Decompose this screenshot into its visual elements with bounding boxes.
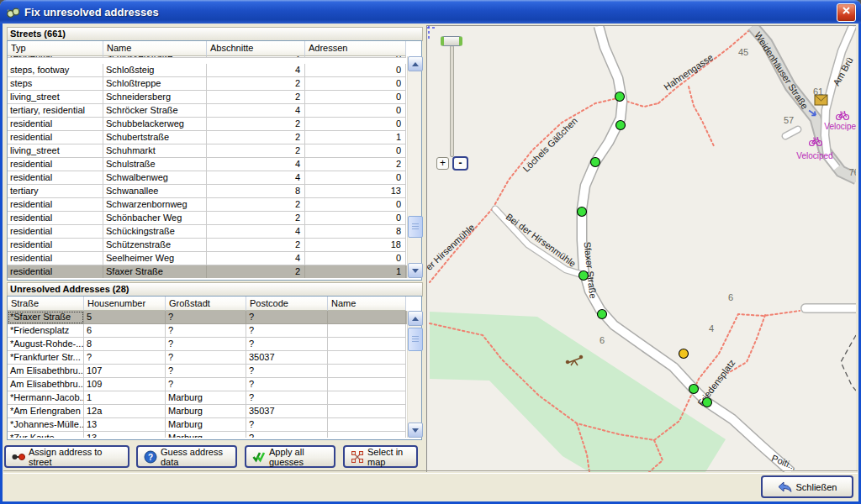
resolved-node[interactable] [591,158,600,167]
table-row[interactable]: residential Schwalbenweg 4 0 [8,171,408,185]
table-row[interactable]: residential Sfaxer Straße 2 1 [8,265,408,278]
house-number: 57 [784,115,794,125]
column-header-abschnitte[interactable]: Abschnitte [207,41,305,56]
addresses-scrollbar[interactable] [407,311,421,438]
table-row[interactable]: Am Elisabethbru... 107 ? ? [8,365,408,378]
zoom-slider-track[interactable] [450,45,454,157]
cell-housenumber: 12a [84,405,166,418]
table-row[interactable]: residential Schubbelackerweg 2 0 [8,118,408,131]
cell-typ: living_street [8,144,103,158]
resolved-node[interactable] [616,121,626,130]
cell-strasse: *Friedensplatz [8,324,84,338]
streets-table: Typ Name Abschnitte Adressen residential… [7,40,422,281]
map-panel[interactable]: Löchels Gäßchen Hahnengasse Weidenhäuser… [426,25,856,472]
column-header-grossstadt[interactable]: Großstadt [166,297,246,311]
scroll-down-button[interactable] [408,263,423,278]
cell-strasse: Am Elisabethbru... [8,365,84,378]
column-header-typ[interactable]: Typ [8,41,103,56]
table-row[interactable]: *Frankfurter Str... ? ? 35037 [8,351,408,365]
cell-abschnitte: 2 [207,131,305,144]
table-row[interactable]: *Friedensplatz 6 ? ? [8,324,408,338]
house-number: 70 [849,167,856,177]
cell-housenumber: 109 [84,378,166,391]
road-spur[interactable] [785,129,798,136]
resolved-node[interactable] [578,207,587,217]
cell-name: Schulstraße [103,158,207,171]
table-row[interactable]: residential Seelheimer Weg 4 0 [8,252,408,265]
table-row[interactable]: tertiary Schwanallee 8 13 [8,185,408,198]
resolved-node[interactable] [615,92,625,102]
cell-grossstadt: Marburg [166,405,246,418]
table-row[interactable]: residential Schönbacher Weg 2 0 [8,212,408,225]
table-row[interactable]: tertiary, residential Schröcker Straße 4… [8,104,408,118]
bicycle-icon [837,112,849,120]
resolved-node[interactable] [703,398,712,407]
column-header-name[interactable]: Name [103,41,207,56]
zoom-in-button[interactable]: + [436,157,449,170]
cell-adressen: 0 [305,104,406,118]
table-row[interactable]: *Johannes-Mülle... 13 Marburg ? [8,418,408,432]
column-header-strasse[interactable]: Straße [8,297,84,311]
resolved-node[interactable] [689,385,699,394]
select-in-map-label: Select in map [367,447,410,467]
column-header-housenumber[interactable]: Housenumber [84,297,166,311]
scrollbar-thumb[interactable] [408,216,423,238]
assign-address-to-street-button[interactable]: Assign address to street [4,445,129,468]
select-in-map-button[interactable]: Select in map [343,445,418,468]
cell-housenumber: 8 [84,338,166,351]
schliessen-button[interactable]: Schließen [761,475,853,498]
scroll-up-button[interactable] [408,56,423,71]
scroll-down-button[interactable] [408,423,423,438]
scrollbar-thumb[interactable] [408,328,423,351]
table-row[interactable]: Am Elisabethbru... 109 ? ? [8,378,408,391]
apply-all-guesses-button[interactable]: Apply all guesses [245,445,335,468]
cell-housenumber: 107 [84,365,166,378]
column-header-adressen[interactable]: Adressen [305,41,406,56]
column-header-postcode[interactable]: Postcode [246,297,328,311]
table-row[interactable]: residential Schützenstraße 2 18 [8,239,408,252]
zoom-slider-handle[interactable] [441,36,462,46]
zoom-out-button[interactable]: - [452,156,468,171]
table-row[interactable]: *August-Rohde-... 8 ? ? [8,338,408,351]
resolved-node[interactable] [579,271,589,281]
close-icon [842,6,851,15]
guess-address-data-button[interactable]: ? Guess address data [136,445,237,468]
title-bar[interactable]: Fix unresolved addresses [0,0,861,24]
table-row[interactable]: living_street Schneidersberg 2 0 [8,91,408,104]
park-area [430,312,726,472]
column-header-name[interactable]: Name [328,297,406,311]
unresolved-node[interactable] [679,349,689,359]
cell-name [328,365,406,378]
map-canvas[interactable]: Löchels Gäßchen Hahnengasse Weidenhäuser… [427,26,856,472]
cell-typ: residential [8,265,103,278]
window-title: Fix unresolved addresses [24,6,159,18]
cell-name [328,432,406,438]
table-row[interactable]: residential Schlosserstraße 2 0 [8,56,408,64]
cell-strasse: *Frankfurter Str... [8,351,84,365]
table-row[interactable]: residential Schückingstraße 4 8 [8,225,408,239]
table-row[interactable]: *Zur Kaute 13 Marburg ? [8,432,408,438]
table-row[interactable]: residential Schubertstraße 2 1 [8,131,408,144]
table-row[interactable]: *Hermann-Jacob... 1 Marburg ? [8,391,408,405]
cell-name [328,418,406,432]
table-row[interactable]: residential Schulstraße 4 2 [8,158,408,171]
table-row[interactable]: residential Schwarzenbornweg 2 0 [8,198,408,212]
cell-abschnitte: 4 [207,64,305,77]
table-row[interactable]: *Am Erlengraben 12a Marburg 35037 [8,405,408,418]
cell-typ: residential [8,239,103,252]
streets-scrollbar[interactable] [407,56,421,278]
resolved-node[interactable] [598,310,607,319]
close-button[interactable] [837,3,856,22]
street-label: Weidenhäuser Straße [753,30,810,111]
addresses-header: Unresolved Addresses (28) [7,282,423,297]
table-row[interactable]: steps Schloßtreppe 2 0 [8,77,408,91]
poi-label-velociped: Velociped [796,151,832,160]
cell-name: Schwarzenbornweg [103,198,207,212]
cell-typ: residential [8,131,103,144]
addresses-table: Straße Housenumber Großstadt Postcode Na… [7,296,422,440]
scroll-up-button[interactable] [408,311,423,326]
cell-name [328,351,406,365]
table-row[interactable]: *Sfaxer Straße 5 ? ? [8,311,408,324]
table-row[interactable]: living_street Schuhmarkt 2 0 [8,144,408,158]
table-row[interactable]: steps, footway Schloßsteig 4 0 [8,64,408,77]
